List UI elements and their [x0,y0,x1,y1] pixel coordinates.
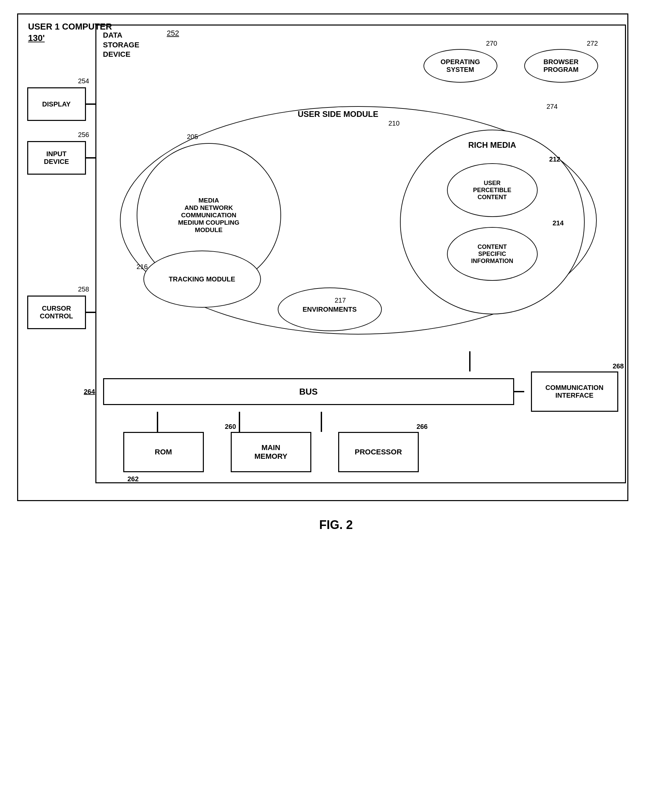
bus-ref: 264 [84,388,95,396]
memory-boxes-row: ROM 262 260 MAIN MEMORY 266 PROCESSOR [123,432,618,472]
bus-row: 264 BUS 268 COMMUNICATION INTERFACE [103,371,618,412]
content-specific-ref: 214 [552,219,563,227]
bus-to-comm-connector [514,391,524,392]
browser-ref: 272 [587,40,598,47]
data-storage-ref: 252 [167,29,179,38]
environments-ellipse: ENVIRONMENTS [278,288,382,331]
top-ellipses-row: 270 OPERATING SYSTEM 272 BROWSER PROGRAM [177,42,618,83]
user-percep-ellipse: 212 USER PERCETIBLE CONTENT [447,163,538,217]
diagram-wrapper: 254 DISPLAY 256 INPUT DEVICE 258 CURSOR … [17,13,655,532]
bus-to-memory-connector [239,412,240,432]
rom-label: ROM [155,448,172,456]
content-specific-ellipse: 214 CONTENT SPECIFIC INFORMATION [447,227,538,281]
rom-box: ROM 262 [123,432,204,472]
page-container: 254 DISPLAY 256 INPUT DEVICE 258 CURSOR … [17,13,655,532]
user-side-container: USER SIDE MODULE 274 MEDIA AND NETWORK C… [103,93,618,348]
rom-ref: 262 [128,475,139,483]
processor-box: 266 PROCESSOR [338,432,419,472]
os-ellipse-box: 270 OPERATING SYSTEM [424,49,498,83]
browser-ellipse: BROWSER PROGRAM [524,49,598,83]
bus-to-rom-connector [157,412,158,432]
main-memory-label: MAIN MEMORY [254,443,287,461]
rich-media-ellipse: RICH MEDIA 212 USER PERCETIBLE CONTENT 2… [400,130,585,314]
processor-label: PROCESSOR [355,448,402,456]
bus-to-processor-connector [321,412,322,432]
rich-media-label: RICH MEDIA [468,141,516,150]
environments-label: ENVIRONMENTS [302,305,357,313]
figure-caption-text: FIG. 2 [319,518,353,532]
media-ref: 205 [187,133,198,141]
user-side-ref: 274 [546,103,557,110]
comm-label: COMMUNICATION INTERFACE [546,384,603,399]
computer-box: USER 1 COMPUTER 130' DATA STORAGE DEVICE… [17,13,628,501]
environments-ref: 217 [335,297,346,304]
computer-title-ref: 130' [28,33,45,43]
os-ellipse: OPERATING SYSTEM [424,49,498,83]
main-memory-box: 260 MAIN MEMORY [231,432,311,472]
processor-ref: 266 [416,423,427,430]
figure-caption: FIG. 2 [17,518,655,532]
storage-to-bus-connector [469,351,470,371]
browser-ellipse-box: 272 BROWSER PROGRAM [524,49,598,83]
tracking-label: TRACKING MODULE [169,275,235,283]
data-storage-label: DATA STORAGE DEVICE [103,30,139,59]
comm-interface-box: 268 COMMUNICATION INTERFACE [531,371,618,412]
os-label: OPERATING SYSTEM [441,58,480,74]
user-side-label: USER SIDE MODULE [298,109,379,119]
tracking-ellipse: TRACKING MODULE [143,251,261,308]
rich-media-ref: 210 [389,120,400,127]
browser-label: BROWSER PROGRAM [543,58,578,74]
bus-label: BUS [299,387,318,397]
os-ref: 270 [486,40,497,47]
tracking-ref: 216 [137,263,148,271]
bus-box: 264 BUS [103,378,514,405]
comm-ref: 268 [613,362,624,370]
data-storage-box: DATA STORAGE DEVICE 252 270 OPERATING SY… [95,24,626,483]
main-memory-ref: 260 [225,423,236,430]
user-percep-ref: 212 [549,155,560,163]
media-label: MEDIA AND NETWORK COMMUNICATION MEDIUM C… [178,197,240,234]
